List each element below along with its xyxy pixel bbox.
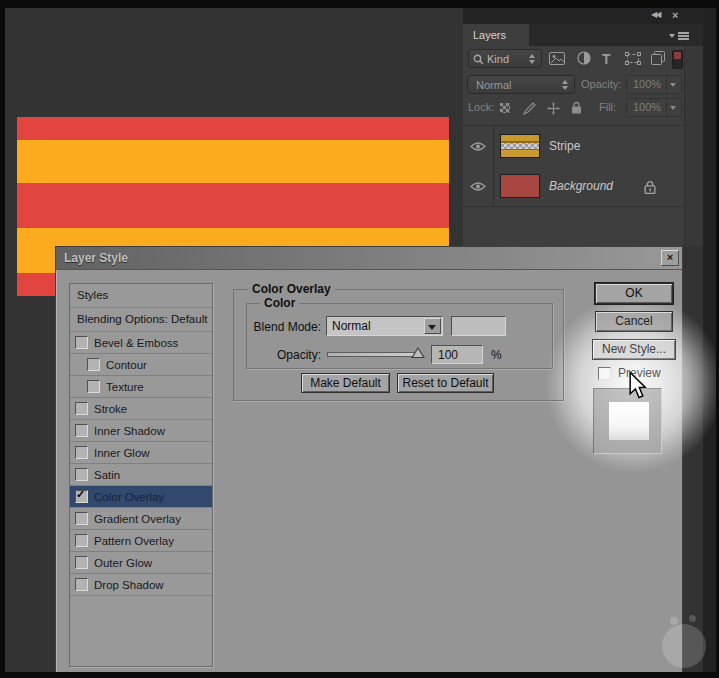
style-item-satin[interactable]: Satin: [70, 464, 212, 486]
lock-all-icon[interactable]: [571, 101, 582, 114]
style-checkbox[interactable]: [75, 468, 88, 481]
filter-kind-dropdown[interactable]: Kind: [468, 49, 542, 68]
style-checkbox[interactable]: ✓: [75, 490, 88, 503]
style-checkbox[interactable]: [75, 512, 88, 525]
layer-thumbnail[interactable]: [500, 174, 540, 198]
style-item-texture[interactable]: Texture: [70, 376, 212, 398]
layer-style-dialog: Layer Style × Styles Blending Options: D…: [55, 246, 683, 678]
visibility-toggle[interactable]: [463, 166, 494, 206]
dropdown-arrow-icon[interactable]: [666, 76, 681, 93]
opacity-value-box[interactable]: 100%: [626, 75, 682, 94]
style-checkbox[interactable]: [75, 424, 88, 437]
layer-row-background[interactable]: Background: [463, 166, 684, 207]
checkmark-icon: ✓: [76, 488, 85, 501]
smart-object-filter-icon[interactable]: [651, 51, 665, 65]
opacity-slider-thumb-face: [413, 349, 423, 357]
style-checkbox[interactable]: [75, 556, 88, 569]
color-subgroup: Color Blend Mode: Normal Opacity: 100 %: [246, 303, 553, 369]
style-item-label: Stroke: [94, 403, 127, 415]
subgroup-title: Color: [260, 296, 299, 310]
style-item-color-overlay[interactable]: ✓Color Overlay: [70, 486, 212, 508]
canvas-stripe: [17, 183, 449, 228]
type-layer-filter-icon[interactable]: T: [602, 51, 611, 67]
fill-value-box[interactable]: 100%: [626, 98, 682, 117]
preview-checkbox[interactable]: [598, 367, 611, 380]
canvas-stripe: [17, 140, 449, 183]
style-checkbox[interactable]: [75, 336, 88, 349]
blend-mode-dropdown[interactable]: Normal: [467, 75, 575, 94]
style-item-label: Bevel & Emboss: [94, 337, 178, 349]
styles-list: Styles Blending Options: Default Bevel &…: [69, 283, 213, 667]
cancel-button[interactable]: Cancel: [595, 311, 673, 332]
frame-left: [0, 0, 5, 678]
filter-toggle[interactable]: [672, 50, 683, 69]
opacity-value: 100%: [633, 76, 661, 93]
style-item-gradient-overlay[interactable]: Gradient Overlay: [70, 508, 212, 530]
frame-top: [0, 0, 719, 8]
group-title: Color Overlay: [248, 282, 335, 296]
style-item-inner-glow[interactable]: Inner Glow: [70, 442, 212, 464]
layer-row-stripe[interactable]: Stripe: [463, 125, 684, 167]
tab-layers[interactable]: Layers: [463, 24, 529, 46]
style-item-label: Color Overlay: [94, 491, 164, 503]
style-item-contour[interactable]: Contour: [70, 354, 212, 376]
styles-list-header[interactable]: Styles: [70, 284, 212, 308]
style-item-label: Inner Shadow: [94, 425, 165, 437]
style-checkbox[interactable]: [75, 402, 88, 415]
style-checkbox[interactable]: [87, 358, 100, 371]
style-item-inner-shadow[interactable]: Inner Shadow: [70, 420, 212, 442]
reset-to-default-button[interactable]: Reset to Default: [397, 373, 494, 393]
overlay-color-swatch[interactable]: [451, 316, 506, 336]
style-item-label: Gradient Overlay: [94, 513, 181, 525]
panel-close-icon[interactable]: ×: [672, 9, 678, 21]
lock-transparency-icon[interactable]: [500, 103, 510, 113]
opacity-slider-track[interactable]: [327, 352, 421, 357]
filter-kind-label: Kind: [487, 53, 509, 65]
lock-position-icon[interactable]: [547, 102, 560, 115]
ok-button[interactable]: OK: [595, 283, 673, 304]
updown-arrows-icon: [529, 54, 536, 65]
layer-name[interactable]: Background: [549, 166, 613, 206]
opacity-input[interactable]: 100: [431, 345, 483, 364]
dialog-title: Layer Style: [64, 251, 128, 265]
layer-name[interactable]: Stripe: [549, 126, 580, 166]
visibility-toggle[interactable]: [463, 126, 494, 166]
dropdown-arrow-icon[interactable]: [424, 318, 441, 334]
blend-mode-combobox[interactable]: Normal: [326, 316, 443, 336]
style-checkbox[interactable]: [75, 446, 88, 459]
lock-label: Lock:: [468, 101, 494, 113]
shape-layer-filter-icon[interactable]: [625, 52, 641, 65]
panel-header-bar: ◀◀ ×: [463, 8, 703, 24]
collapse-panels-icon[interactable]: ◀◀: [651, 10, 659, 19]
adjustment-layer-filter-icon[interactable]: [577, 51, 591, 65]
style-item-bevel-emboss[interactable]: Bevel & Emboss: [70, 332, 212, 354]
blend-mode-value: Normal: [476, 79, 511, 91]
pixel-layer-filter-icon[interactable]: [549, 52, 565, 65]
style-checkbox[interactable]: [87, 380, 100, 393]
dropdown-arrow-icon[interactable]: [666, 99, 681, 116]
style-checkbox[interactable]: [75, 578, 88, 591]
blend-mode-value: Normal: [332, 319, 371, 333]
style-checkbox[interactable]: [75, 534, 88, 547]
style-item-drop-shadow[interactable]: Drop Shadow: [70, 574, 212, 596]
make-default-button[interactable]: Make Default: [301, 373, 390, 393]
style-item-stroke[interactable]: Stroke: [70, 398, 212, 420]
layer-thumbnail[interactable]: [500, 134, 540, 158]
frame-bottom: [0, 672, 719, 678]
mouse-cursor: [628, 371, 647, 399]
new-style-button[interactable]: New Style...: [592, 339, 676, 360]
layer-lock-icon: [644, 180, 656, 194]
fill-value: 100%: [633, 99, 661, 116]
style-item-pattern-overlay[interactable]: Pattern Overlay: [70, 530, 212, 552]
panel-menu-icon[interactable]: [669, 31, 691, 41]
lock-pixels-icon[interactable]: [523, 102, 536, 115]
dialog-title-bar[interactable]: Layer Style: [56, 247, 682, 270]
style-item-label: Satin: [94, 469, 120, 481]
blending-options-item[interactable]: Blending Options: Default: [70, 308, 212, 332]
style-item-outer-glow[interactable]: Outer Glow: [70, 552, 212, 574]
eye-icon: [470, 181, 486, 192]
dialog-close-button[interactable]: ×: [661, 250, 679, 266]
style-item-label: Pattern Overlay: [94, 535, 174, 547]
style-item-label: Inner Glow: [94, 447, 150, 459]
canvas-stripe: [17, 117, 449, 140]
